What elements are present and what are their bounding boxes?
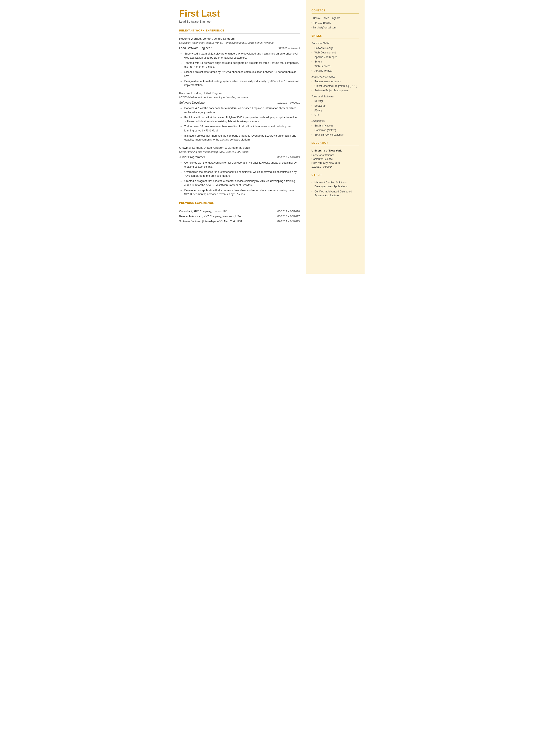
skills-languages-label: Languages:: [312, 119, 359, 123]
bullet-item: Completed 20TB of data conversion for 2M…: [181, 161, 300, 169]
prev-role-software-intern: Software Engineer (Internship), ABC, New…: [179, 219, 268, 224]
bullets-lead-engineer: Supervised a team of 21 software enginee…: [179, 52, 300, 87]
skill-item: Software Project Management: [312, 89, 359, 93]
job-title-software-developer: Software Developer: [179, 100, 206, 105]
skill-item: jQuery: [312, 108, 359, 112]
skills-technical-label: Technical Skills:: [312, 42, 359, 45]
company-name-growthsi: Growthsi, London, United Kingdom & Barce…: [179, 146, 300, 150]
skill-item: Web Development: [312, 51, 359, 55]
prev-bold-consultant: Consultant,: [179, 210, 193, 213]
prev-dates-research-assistant: 06/2016 – 05/2017: [268, 214, 300, 219]
prev-role-research-assistant: Research Assistant, XYZ Company, New Yor…: [179, 214, 268, 219]
skill-item: Object-Oriented Programming (OOP): [312, 84, 359, 88]
skills-industry-label: Industry Knowledge:: [312, 75, 359, 79]
company-rest-polyhire: London, United Kingdom: [190, 92, 223, 95]
job-block-growthsi: Growthsi, London, United Kingdom & Barce…: [179, 146, 300, 196]
company-tagline-polyhire: NYSE-listed recruitment and employer bra…: [179, 96, 300, 99]
company-tagline-growthsi: Career training and membership SaaS with…: [179, 150, 300, 154]
bullets-junior-programmer: Completed 20TB of data conversion for 2M…: [179, 161, 300, 196]
prev-bold-research-assistant: Research Assistant,: [179, 215, 203, 218]
bullet-item: Donated 49% of the codebase for a modern…: [181, 106, 300, 114]
right-column: CONTACT Bristol, United Kingdom +44 1234…: [306, 0, 365, 274]
job-title-lead-engineer: Lead Software Engineer: [179, 46, 211, 50]
prev-rest-software-intern: ABC, New York, USA: [216, 220, 242, 223]
skill-item: Scrum: [312, 60, 359, 64]
skill-item: Software Design: [312, 46, 359, 50]
other-item: Certified in Advanced Distributed System…: [312, 190, 359, 197]
skill-item: Requirements Analysis: [312, 79, 359, 83]
skill-item: Romanian (Native): [312, 128, 359, 132]
prev-row-software-intern: Software Engineer (Internship), ABC, New…: [179, 219, 300, 224]
company-name-polyhire: Polyhire, London, United Kingdom: [179, 91, 300, 96]
candidate-title: Lead Software Engineer: [179, 19, 300, 24]
prev-role-consultant: Consultant, ABC Company, London, UK: [179, 209, 268, 214]
prev-row-consultant: Consultant, ABC Company, London, UK 06/2…: [179, 209, 300, 214]
skills-tools-label: Tools and Software:: [312, 95, 359, 98]
bullet-item: Supervised a team of 21 software enginee…: [181, 52, 300, 60]
skill-item: Apache Tomcat: [312, 69, 359, 72]
prev-dates-software-intern: 07/2014 – 05/2015: [268, 219, 300, 224]
skill-item: Spanish (Conversational): [312, 133, 359, 137]
skills-industry-list: Requirements Analysis Object-Oriented Pr…: [312, 79, 359, 93]
bullet-item: Overhauled the process for customer serv…: [181, 170, 300, 178]
skills-tools-list: PL/SQL Bootstrap jQuery C++: [312, 99, 359, 117]
skills-technical-list: Software Design Web Development Apache Z…: [312, 46, 359, 72]
job-header-junior-programmer: Junior Programmer 06/2018 – 09/2019: [179, 155, 300, 159]
relevant-work-section-title: RELEVANT WORK EXPERIENCE: [179, 29, 300, 33]
previous-experience-section-title: PREVIOUS EXPERIENCE: [179, 201, 300, 205]
edu-degree: Bachelor of Science Computer Science New…: [312, 153, 359, 169]
company-bold-growthsi: Growthsi,: [179, 146, 191, 149]
job-header-lead-engineer: Lead Software Engineer 08/2021 – Present: [179, 46, 300, 50]
bullets-software-developer: Donated 49% of the codebase for a modern…: [179, 106, 300, 142]
education-divider: [312, 146, 359, 146]
education-section-title: EDUCATION: [312, 141, 359, 145]
prev-row-research-assistant: Research Assistant, XYZ Company, New Yor…: [179, 214, 300, 219]
skills-divider: [312, 39, 359, 39]
job-header-software-developer: Software Developer 10/2019 – 07/2021: [179, 100, 300, 105]
skill-item: Apache ZooKeeper: [312, 55, 359, 59]
company-bold-resume-worded: Resume Worded,: [179, 37, 202, 40]
skill-item: Web Services: [312, 64, 359, 68]
skills-languages-list: English (Native) Romanian (Native) Spani…: [312, 124, 359, 137]
left-column: First Last Lead Software Engineer RELEVA…: [171, 0, 306, 274]
relevant-work-divider: [179, 33, 300, 34]
job-dates-junior-programmer: 06/2018 – 09/2019: [277, 155, 300, 159]
other-list: Microsoft Certified Solutions Developer:…: [312, 181, 359, 197]
contact-list: Bristol, United Kingdom +44 123456789 fi…: [312, 16, 359, 30]
prev-bold-software-intern: Software Engineer (Internship),: [179, 220, 216, 223]
contact-section-title: CONTACT: [312, 9, 359, 13]
company-name-resume-worded: Resume Worded, London, United Kingdom: [179, 37, 300, 41]
company-rest-growthsi: London, United Kingdom & Barcelona, Spai…: [191, 146, 250, 149]
bullet-item: Slashed project timeframes by 76% via en…: [181, 70, 300, 78]
prev-rest-research-assistant: XYZ Company, New York, USA: [203, 215, 241, 218]
other-section-title: OTHER: [312, 173, 359, 177]
job-dates-software-developer: 10/2019 – 07/2021: [277, 101, 300, 105]
other-item: Microsoft Certified Solutions Developer:…: [312, 181, 359, 188]
skill-item: PL/SQL: [312, 99, 359, 103]
contact-address: Bristol, United Kingdom: [312, 16, 359, 20]
bullet-item: Developed an application that streamline…: [181, 188, 300, 197]
skill-item: Bootstrap: [312, 104, 359, 108]
bullet-item: Participated in an effort that saved Pol…: [181, 116, 300, 124]
job-block-polyhire: Polyhire, London, United Kingdom NYSE-li…: [179, 91, 300, 142]
job-block-resume-worded: Resume Worded, London, United Kingdom Ed…: [179, 37, 300, 87]
edu-institution: University of New York: [312, 149, 359, 153]
job-dates-lead-engineer: 08/2021 – Present: [278, 46, 300, 50]
bullet-item: Created a program that boosted customer …: [181, 179, 300, 187]
contact-email: first.last@gmail.com: [312, 26, 359, 30]
skill-item: C++: [312, 113, 359, 117]
company-tagline-resume-worded: Education technology startup with 50+ em…: [179, 41, 300, 45]
skills-section-title: SKILLS: [312, 34, 359, 38]
bullet-item: Designed an automated testing system, wh…: [181, 79, 300, 88]
bullet-item: Teamed with 11 software engineers and de…: [181, 61, 300, 69]
bullet-item: Initiated a project that improved the co…: [181, 134, 300, 142]
candidate-name: First Last: [179, 9, 300, 18]
prev-rest-consultant: ABC Company, London, UK: [193, 210, 227, 213]
company-rest-resume-worded: London, United Kingdom: [202, 37, 235, 40]
previous-experience-table: Consultant, ABC Company, London, UK 06/2…: [179, 209, 300, 224]
prev-dates-consultant: 06/2017 – 05/2018: [268, 209, 300, 214]
company-bold-polyhire: Polyhire,: [179, 92, 191, 95]
contact-phone: +44 123456789: [312, 21, 359, 25]
job-title-junior-programmer: Junior Programmer: [179, 155, 205, 159]
skill-item: English (Native): [312, 124, 359, 127]
